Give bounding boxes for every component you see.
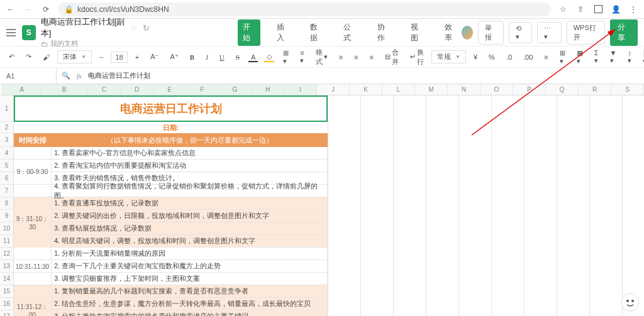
format-select[interactable]: 常规▼ (431, 50, 466, 63)
more-button[interactable]: ⋯ ▾ (537, 22, 562, 43)
indent-button[interactable]: ≡ (366, 52, 377, 62)
col-header-Q[interactable]: Q (546, 84, 579, 95)
merge-button[interactable]: ⊟ 合并 (381, 46, 402, 68)
reload-icon[interactable]: ⟳ (40, 4, 52, 15)
col-header-R[interactable]: R (579, 84, 611, 95)
col-header-K[interactable]: K (350, 84, 382, 95)
table-row[interactable]: 9：31-10：302. 调整关键词的出价，日限额，投放地域和时间，调整创意图片… (14, 210, 328, 222)
col-header-F[interactable]: F (186, 84, 219, 95)
hamburger-icon[interactable] (6, 29, 16, 36)
row-header-5[interactable]: 5 (0, 160, 13, 172)
url-bar[interactable]: 🔒 kdocs.cn/l/csVuN3Dwc8HN (58, 3, 551, 16)
bold-button[interactable]: B (186, 52, 198, 62)
row-header-2[interactable]: 2 (0, 122, 13, 133)
tab-collab[interactable]: 协作 (372, 19, 394, 46)
cell-reference[interactable]: A1 (0, 68, 57, 84)
tab-formula[interactable]: 公式 (338, 19, 360, 46)
table-row[interactable]: 3. 查看钻展投放情况，记录数据 (14, 222, 328, 235)
profile-icon[interactable]: 👤 (610, 4, 621, 15)
currency-button[interactable]: ¥ (470, 52, 481, 62)
share-button[interactable]: 分享 (610, 19, 638, 46)
dec00-button[interactable]: .00 (519, 52, 536, 62)
star-icon[interactable]: ☆ (130, 23, 138, 33)
fill-color-button[interactable]: ◇ (263, 52, 275, 62)
chart-button[interactable]: 📊 ▾ (639, 48, 644, 67)
row-header-4[interactable]: 4 (0, 147, 13, 160)
report-button[interactable]: 举报 (478, 21, 503, 45)
row-header-6[interactable]: 6 (0, 172, 13, 185)
row-header-15[interactable]: 15 (0, 285, 13, 298)
table-row[interactable]: 9：31-10：301. 查看直通车投放情况，记录数据 (14, 197, 328, 210)
row-header-17[interactable]: 17 (0, 310, 13, 316)
halign-button[interactable]: ≡ (350, 52, 362, 62)
row-header-3[interactable]: 3 (0, 133, 13, 147)
col-header-C[interactable]: C (88, 84, 121, 95)
forward-icon[interactable]: → (23, 4, 34, 15)
tab-view[interactable]: 视图 (406, 19, 428, 46)
col-header-H[interactable]: H (252, 84, 284, 95)
ext-icon[interactable] (592, 4, 604, 15)
table-row[interactable]: 11:31-12：001. 复制销量最高的几个标题到淘宝搜索，查看是否有恶意竞争… (14, 285, 328, 298)
align-h-button[interactable]: ≡ ▾ (296, 48, 308, 66)
formula-content[interactable]: 电商运营日工作计划 (88, 71, 150, 80)
inc-size[interactable]: + (131, 52, 143, 62)
sync-button[interactable]: ⟲ ▾ (509, 22, 532, 43)
sum-button[interactable]: Σ ▾ (591, 48, 602, 66)
wps-open-button[interactable]: WPS打开 (567, 21, 605, 45)
assistant-icon[interactable] (620, 292, 640, 312)
dec-size[interactable]: − (96, 52, 107, 62)
row-header-11[interactable]: 11 (0, 235, 13, 248)
row-header-9[interactable]: 9 (0, 210, 13, 222)
col-header-D[interactable]: D (121, 84, 153, 95)
percent-button[interactable]: % (485, 52, 499, 62)
spreadsheet[interactable]: ABCDEFGHIJKLMNOPQRS 12345678910111213141… (0, 84, 644, 316)
wrap-button[interactable]: ↵ 换行 (406, 46, 428, 68)
title-cell[interactable]: 电商运营日工作计划 (14, 95, 328, 122)
fill-button[interactable]: ▦ ▾ (573, 48, 587, 67)
size-input[interactable]: 18 (111, 52, 127, 63)
rows-button[interactable]: ⊞ ▾ (556, 48, 569, 67)
filter-button[interactable]: ▼ ▾ (606, 48, 621, 66)
tab-insert[interactable]: 插入 (272, 19, 294, 46)
font-select[interactable]: 宋体▼ (57, 50, 92, 63)
paint-button[interactable]: 🖌 (39, 52, 53, 62)
row-header-1[interactable]: 1 (0, 95, 13, 122)
table-row[interactable]: 9：00-9:301. 查看卖家中心-官方信息中心和卖家焦点信息 (14, 147, 328, 160)
menu-icon[interactable]: ⋮ (628, 4, 639, 15)
install-icon[interactable]: ⇪ (575, 4, 586, 15)
col-header-S[interactable]: S (611, 84, 644, 95)
back-icon[interactable]: ← (5, 4, 16, 15)
border-button[interactable]: ⊞ ▾ (279, 48, 292, 67)
table-row[interactable]: 4. 明星店铺关键词，调整，投放地域和时间，调整创意图片和文字 (14, 235, 328, 248)
col-header-M[interactable]: M (415, 84, 448, 95)
row-header-10[interactable]: 10 (0, 222, 13, 235)
type-button[interactable]: ≡ (540, 52, 552, 62)
col-header-P[interactable]: P (513, 84, 546, 95)
table-row[interactable]: 9：00-9:302. 查看淘宝站内信中的重要提醒和淘宝活动 (14, 160, 328, 172)
col-header-I[interactable]: I (284, 84, 317, 95)
col-header-A[interactable]: A (3, 84, 41, 95)
table-row[interactable]: 10:31-11:302. 查询一下几个主要关键词在淘宝指数和魔方上的走势 (14, 260, 328, 273)
font-inc[interactable]: A⁺ (166, 52, 182, 62)
text-color-button[interactable]: A (247, 52, 259, 62)
table-row[interactable]: 3. 调整宝贝橱窗推荐，上下架时间，主图和文案 (14, 273, 328, 285)
sort-button[interactable]: ↕ ▾ (624, 48, 635, 66)
undo-button[interactable]: ↶ (5, 52, 18, 62)
avatar[interactable] (462, 26, 473, 40)
row-header-13[interactable]: 13 (0, 260, 13, 273)
strike-button[interactable]: S (232, 52, 243, 62)
col-header-G[interactable]: G (219, 84, 252, 95)
redo-button[interactable]: ↷ (22, 52, 35, 62)
row-header-14[interactable]: 14 (0, 273, 13, 285)
row-header-16[interactable]: 16 (0, 298, 13, 310)
underline-button[interactable]: U (216, 52, 228, 62)
col-header-L[interactable]: L (382, 84, 415, 95)
valign-button[interactable]: ≡ (335, 52, 347, 62)
table-row[interactable]: 4. 查看聚划算同行数据销售情况，记录促销价和聚划算价格，促销方式，详情前几屏的… (14, 185, 328, 197)
row-header-12[interactable]: 12 (0, 248, 13, 260)
italic-button[interactable]: I (202, 52, 212, 62)
share-ext-icon[interactable]: ☆ (557, 4, 569, 15)
col-header-O[interactable]: O (480, 84, 513, 95)
row-header-8[interactable]: 8 (0, 197, 13, 210)
col-header-N[interactable]: N (448, 84, 480, 95)
